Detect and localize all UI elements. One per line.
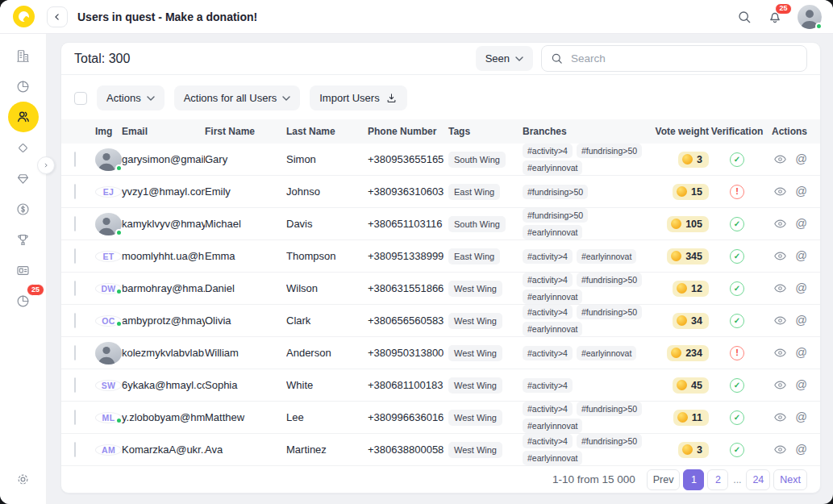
last-name-cell: Anderson <box>286 347 368 359</box>
view-user-button[interactable] <box>773 185 787 198</box>
coin-icon <box>671 251 681 261</box>
view-user-button[interactable] <box>773 217 787 231</box>
sidebar-item-organization[interactable] <box>8 40 39 71</box>
tag-pill: West Wing <box>448 410 502 426</box>
back-button[interactable] <box>47 6 68 27</box>
seen-filter-dropdown[interactable]: Seen <box>476 46 533 71</box>
sidebar-item-rewards[interactable] <box>8 163 39 194</box>
last-name-cell: Martinez <box>286 444 368 456</box>
email-cell: yvzy1@hmayl.com <box>122 185 205 198</box>
mention-user-button[interactable]: @ <box>795 250 807 262</box>
view-user-button[interactable] <box>773 249 787 263</box>
sidebar-item-settings[interactable] <box>8 464 39 494</box>
view-user-button[interactable] <box>773 378 787 392</box>
import-users-button[interactable]: Import Users <box>310 85 406 110</box>
mention-user-button[interactable]: @ <box>795 379 807 391</box>
header-img: Img <box>95 126 122 137</box>
vote-weight-pill: 3 <box>678 152 709 168</box>
pie-chart-icon <box>15 79 31 94</box>
mention-user-button[interactable]: @ <box>795 153 807 165</box>
coin-icon <box>677 412 688 423</box>
page-button[interactable]: 1 <box>683 469 704 490</box>
mention-user-button[interactable]: @ <box>795 185 807 198</box>
mention-user-button[interactable]: @ <box>795 444 807 456</box>
sidebar-expand-handle[interactable] <box>37 156 55 174</box>
branches-cell: #activity>4#earlyinnovat <box>523 346 648 360</box>
vote-weight-value: 3 <box>697 154 702 165</box>
view-user-button[interactable] <box>773 314 787 327</box>
avatar-initials: AM <box>95 444 122 456</box>
vote-weight-value: 34 <box>691 315 702 327</box>
row-checkbox[interactable] <box>74 442 76 457</box>
table-header-row: Img Email First Name Last Name Phone Num… <box>61 119 820 144</box>
coin-icon <box>671 219 681 229</box>
mention-user-button[interactable]: @ <box>795 282 807 294</box>
page-button[interactable]: 2 <box>707 469 728 490</box>
mention-user-button[interactable]: @ <box>795 314 807 327</box>
avatar: DW <box>95 283 122 294</box>
view-user-button[interactable] <box>773 443 787 456</box>
page-button[interactable]: 24 <box>746 469 770 490</box>
user-avatar[interactable] <box>798 5 822 29</box>
row-checkbox[interactable] <box>74 281 76 296</box>
first-name-cell: Emma <box>205 250 286 262</box>
mention-user-button[interactable]: @ <box>795 218 807 230</box>
row-checkbox[interactable] <box>74 216 76 231</box>
sidebar-item-quests[interactable] <box>8 132 39 163</box>
row-checkbox[interactable] <box>74 152 76 167</box>
header-vote-weight: Vote weight <box>648 126 709 137</box>
header-actions: Actions <box>765 126 807 137</box>
sidebar-item-reports[interactable]: 25 <box>8 285 39 316</box>
last-name-cell: Simon <box>286 153 368 165</box>
vote-weight-pill: 105 <box>667 216 709 232</box>
branch-pill: #fundrising>50 <box>577 273 642 287</box>
seen-filter-label: Seen <box>485 52 510 65</box>
eye-icon <box>773 410 787 424</box>
q-logo-icon <box>13 6 35 27</box>
mention-user-button[interactable]: @ <box>795 347 807 359</box>
actions-dropdown[interactable]: Actions <box>97 85 165 110</box>
email-cell: moomlyhht.ua@h... <box>122 250 205 262</box>
sidebar-item-users[interactable] <box>8 102 39 132</box>
search-icon <box>550 52 564 65</box>
phone-cell: +380638800058 <box>368 444 448 456</box>
view-user-button[interactable] <box>773 410 787 424</box>
search-icon <box>736 9 752 25</box>
row-checkbox[interactable] <box>74 184 76 199</box>
select-all-checkbox[interactable] <box>74 92 87 105</box>
page-button[interactable]: Prev <box>647 469 681 490</box>
sidebar-item-analytics[interactable] <box>8 71 39 102</box>
sidebar-item-payments[interactable] <box>8 194 39 224</box>
email-cell: kolezmykvlabvlab... <box>122 347 205 359</box>
search-input[interactable] <box>571 52 798 65</box>
table-row: EJ yvzy1@hmayl.com Emily Johnso +3809363… <box>61 176 820 208</box>
tag-pill: West Wing <box>448 345 502 361</box>
view-user-button[interactable] <box>773 281 787 295</box>
app-logo[interactable] <box>0 6 47 27</box>
view-user-button[interactable] <box>773 152 787 166</box>
sidebar-item-leaderboard[interactable] <box>8 224 39 255</box>
row-checkbox[interactable] <box>74 313 76 328</box>
sidebar-item-cards[interactable] <box>8 255 39 285</box>
notifications-button[interactable]: 25 <box>767 9 783 25</box>
page-button[interactable]: ... <box>731 469 743 490</box>
reports-badge: 25 <box>27 284 44 296</box>
row-checkbox[interactable] <box>74 377 76 393</box>
vote-weight-value: 234 <box>685 348 702 359</box>
tag-pill: West Wing <box>448 442 502 458</box>
page-button[interactable]: Next <box>773 469 807 490</box>
branch-pill: #earlyinnovat <box>523 419 582 433</box>
mention-user-button[interactable]: @ <box>795 411 807 423</box>
actions-all-users-dropdown[interactable]: Actions for all Users <box>174 85 301 110</box>
view-user-button[interactable] <box>773 346 787 360</box>
row-checkbox[interactable] <box>74 345 76 360</box>
row-checkbox[interactable] <box>74 248 76 264</box>
global-search-button[interactable] <box>736 9 752 25</box>
avatar-initials: SW <box>95 380 122 391</box>
row-checkbox[interactable] <box>74 410 76 425</box>
main-content: Total: 300 Seen <box>47 34 833 504</box>
eye-icon <box>773 281 787 295</box>
vote-weight-value: 3 <box>697 444 702 456</box>
branch-pill: #fundrising>50 <box>577 305 642 319</box>
sidebar: 25 <box>0 34 47 504</box>
